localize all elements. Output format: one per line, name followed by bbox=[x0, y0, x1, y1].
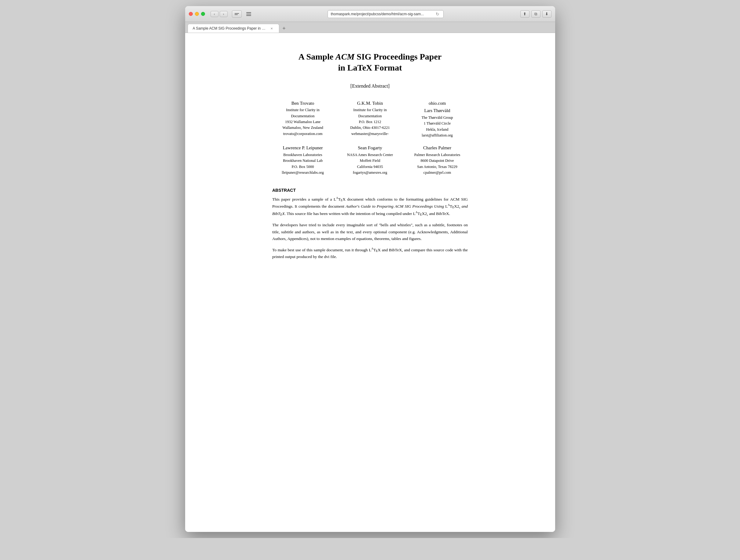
title-line2: in LaTeX Format bbox=[338, 63, 402, 72]
traffic-lights bbox=[189, 12, 205, 16]
title-text-1: A Sample bbox=[298, 52, 336, 62]
active-tab[interactable]: A Sample ACM SIG Proceedings Paper in La… bbox=[188, 24, 279, 33]
author-name-3: Lars Thørväld bbox=[407, 107, 468, 114]
sidebar-toggle-button[interactable] bbox=[232, 10, 242, 18]
minimize-button[interactable] bbox=[195, 12, 199, 16]
author-name-5: Sean Fogarty bbox=[340, 144, 400, 151]
sidebar-icon bbox=[235, 13, 239, 15]
tab-label: A Sample ACM SIG Proceedings Paper in La… bbox=[193, 26, 267, 30]
url-text: thomaspark.me/project/pubcss/demo/html/a… bbox=[331, 12, 435, 16]
nav-buttons: ‹ › bbox=[210, 11, 227, 17]
paper-content: A Sample ACM SIG Proceedings Paper in La… bbox=[266, 33, 474, 289]
extended-abstract-text: [Extended Abstract] bbox=[351, 83, 389, 89]
author-name-ohio: ohio.com bbox=[407, 100, 468, 107]
author-affiliation-6: Palmer Research Laboratories 8600 Datapo… bbox=[407, 152, 468, 176]
abstract-paragraph-1: This paper provides a sample of a LATEX … bbox=[272, 196, 468, 217]
author-block-2: G.K.M. Tobin Institute for Clarity inDoc… bbox=[340, 100, 400, 139]
menu-button[interactable] bbox=[244, 10, 253, 18]
abstract-title: ABSTRACT bbox=[272, 188, 468, 193]
author-affiliation-3: The Thørväld Group 1 Thørväld Circle Hek… bbox=[407, 115, 468, 139]
maximize-button[interactable] bbox=[201, 12, 205, 16]
toolbar-actions: ⬆ ⧉ ⬇ bbox=[520, 10, 551, 18]
author-block-3: ohio.com Lars Thørväld The Thørväld Grou… bbox=[407, 100, 468, 139]
abstract-paragraph-2: The developers have tried to include eve… bbox=[272, 222, 468, 242]
back-button[interactable]: ‹ bbox=[210, 11, 218, 17]
author-block-6: Charles Palmer Palmer Research Laborator… bbox=[407, 144, 468, 176]
close-button[interactable] bbox=[189, 12, 193, 16]
duplicate-button[interactable]: ⧉ bbox=[531, 10, 541, 18]
paper-title: A Sample ACM SIG Proceedings Paper in La… bbox=[272, 51, 468, 74]
author-name-1: Ben Trovato bbox=[272, 100, 333, 107]
reload-button[interactable]: ↻ bbox=[435, 11, 440, 17]
tab-close-button[interactable]: ✕ bbox=[269, 26, 274, 31]
forward-button[interactable]: › bbox=[220, 11, 227, 17]
author-name-6: Charles Palmer bbox=[407, 144, 468, 151]
extended-abstract: [Extended Abstract] bbox=[272, 83, 468, 89]
title-text-2: SIG Proceedings Paper bbox=[354, 52, 442, 62]
download-button[interactable]: ⬇ bbox=[542, 10, 551, 18]
author-block-1: Ben Trovato Institute for Clarity inDocu… bbox=[272, 100, 333, 139]
tab-bar: A Sample ACM SIG Proceedings Paper in La… bbox=[185, 22, 555, 33]
new-tab-button[interactable]: + bbox=[280, 25, 288, 32]
url-bar[interactable]: thomaspark.me/project/pubcss/demo/html/a… bbox=[328, 10, 444, 18]
url-bar-container: thomaspark.me/project/pubcss/demo/html/a… bbox=[256, 10, 516, 18]
browser-window: ‹ › thomaspark.me/project/pubcss/demo/ht… bbox=[185, 6, 555, 532]
share-button[interactable]: ⬆ bbox=[520, 10, 530, 18]
authors-grid: Ben Trovato Institute for Clarity inDocu… bbox=[272, 100, 468, 176]
author-affiliation-5: NASA Ames Research Center Moffett Field … bbox=[340, 152, 400, 176]
title-acm: ACM bbox=[336, 52, 354, 62]
titlebar: ‹ › thomaspark.me/project/pubcss/demo/ht… bbox=[185, 6, 555, 22]
author-name-4: Lawrence P. Leipuner bbox=[272, 144, 333, 151]
author-block-4: Lawrence P. Leipuner Brookhaven Laborato… bbox=[272, 144, 333, 176]
browser-content[interactable]: A Sample ACM SIG Proceedings Paper in La… bbox=[185, 33, 555, 532]
author-name-2: G.K.M. Tobin bbox=[340, 100, 400, 107]
author-affiliation-4: Brookhaven Laboratories Brookhaven Natio… bbox=[272, 152, 333, 176]
author-affiliation-2: Institute for Clarity inDocumentation P.… bbox=[340, 107, 400, 137]
abstract-section: ABSTRACT This paper provides a sample of… bbox=[272, 188, 468, 260]
abstract-paragraph-3: To make best use of this sample document… bbox=[272, 246, 468, 260]
author-affiliation-1: Institute for Clarity inDocumentation 19… bbox=[272, 107, 333, 137]
author-block-5: Sean Fogarty NASA Ames Research Center M… bbox=[340, 144, 400, 176]
